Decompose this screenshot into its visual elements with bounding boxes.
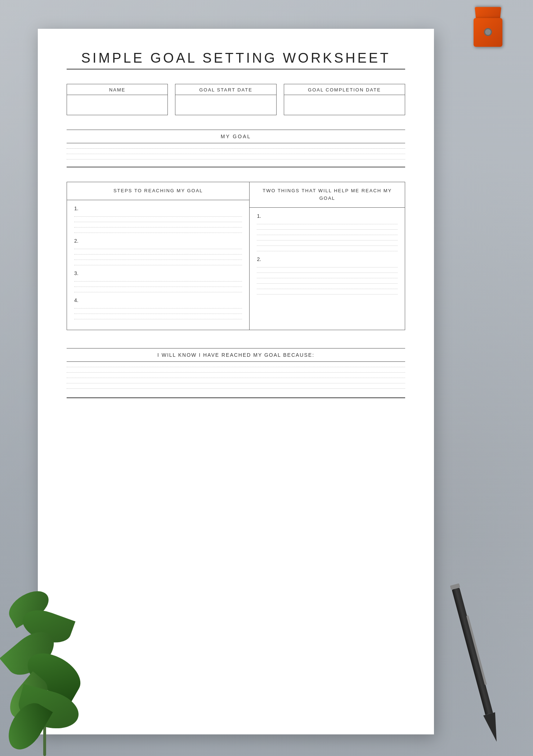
step-1-line-3 <box>74 227 242 228</box>
step-4-line-3 <box>74 319 242 319</box>
completion-date-field-box: GOAL COMPLETION DATE <box>284 84 405 115</box>
worksheet-title: SIMPLE GOAL SETTING WORKSHEET <box>67 50 405 66</box>
thing-1-line-1 <box>257 224 398 224</box>
step-1-number: 1. <box>74 206 242 211</box>
two-things-header: TWO THINGS THAT WILL HELP ME REACH MY GO… <box>250 182 405 208</box>
thing-2-line-6 <box>257 294 398 294</box>
thing-2-line-5 <box>257 289 398 289</box>
goal-line-3 <box>67 159 405 159</box>
step-4: 4. <box>74 297 242 319</box>
step-3: 3. <box>74 270 242 292</box>
step-2-line-1 <box>74 249 242 249</box>
pencil-sharpener-decoration <box>472 7 504 47</box>
two-column-section: STEPS TO REACHING MY GOAL 1. 2. <box>67 182 405 330</box>
name-label: NAME <box>67 84 167 95</box>
step-3-line-1 <box>74 281 242 282</box>
step-1-line-4 <box>74 233 242 233</box>
thing-2-line-4 <box>257 283 398 284</box>
step-2-line-3 <box>74 260 242 260</box>
step-4-line-1 <box>74 308 242 309</box>
step-4-number: 4. <box>74 297 242 303</box>
know-section-lines <box>67 367 405 389</box>
start-date-label: GOAL START DATE <box>175 84 276 95</box>
step-2-line-4 <box>74 265 242 265</box>
step-1-line-2 <box>74 222 242 222</box>
title-divider <box>67 69 405 69</box>
step-3-line-2 <box>74 287 242 287</box>
step-1: 1. <box>74 206 242 233</box>
final-border <box>67 397 405 398</box>
thing-2-line-3 <box>257 278 398 278</box>
know-line-3 <box>67 378 405 378</box>
thing-1-line-5 <box>257 246 398 246</box>
thing-2: 2. <box>257 256 398 294</box>
goal-line-2 <box>67 154 405 154</box>
thing-1-line-3 <box>257 235 398 235</box>
completion-date-input-area[interactable] <box>284 95 405 115</box>
name-field-box: NAME <box>67 84 168 115</box>
two-things-column: TWO THINGS THAT WILL HELP ME REACH MY GO… <box>250 182 405 330</box>
thing-2-line-2 <box>257 273 398 273</box>
thing-1-line-4 <box>257 240 398 240</box>
completion-date-label: GOAL COMPLETION DATE <box>284 84 405 95</box>
step-3-line-3 <box>74 292 242 292</box>
fields-row: NAME GOAL START DATE GOAL COMPLETION DAT… <box>67 84 405 115</box>
thing-2-line-1 <box>257 267 398 267</box>
know-section-header: I WILL KNOW I HAVE REACHED MY GOAL BECAU… <box>67 348 405 362</box>
name-input-area[interactable] <box>67 95 167 115</box>
step-1-line-1 <box>74 216 242 217</box>
steps-body: 1. 2. 3. <box>67 200 249 330</box>
thing-1-number: 1. <box>257 213 398 219</box>
start-date-input-area[interactable] <box>175 95 276 115</box>
know-line-2 <box>67 372 405 373</box>
my-goal-header: MY GOAL <box>67 130 405 143</box>
thing-1-line-2 <box>257 229 398 230</box>
plant-decoration <box>0 540 108 756</box>
know-line-4 <box>67 383 405 383</box>
steps-column: STEPS TO REACHING MY GOAL 1. 2. <box>67 182 250 330</box>
goal-section-bottom <box>67 167 405 167</box>
know-line-1 <box>67 367 405 367</box>
thing-1: 1. <box>257 213 398 251</box>
two-things-body: 1. 2. <box>250 208 405 305</box>
step-4-line-2 <box>74 314 242 314</box>
step-2-number: 2. <box>74 238 242 244</box>
steps-header: STEPS TO REACHING MY GOAL <box>67 182 249 200</box>
goal-line-1 <box>67 148 405 149</box>
step-2-line-2 <box>74 254 242 255</box>
thing-1-line-6 <box>257 251 398 251</box>
step-2: 2. <box>74 238 242 265</box>
know-line-5 <box>67 388 405 389</box>
step-3-number: 3. <box>74 270 242 276</box>
start-date-field-box: GOAL START DATE <box>175 84 276 115</box>
thing-2-number: 2. <box>257 256 398 262</box>
